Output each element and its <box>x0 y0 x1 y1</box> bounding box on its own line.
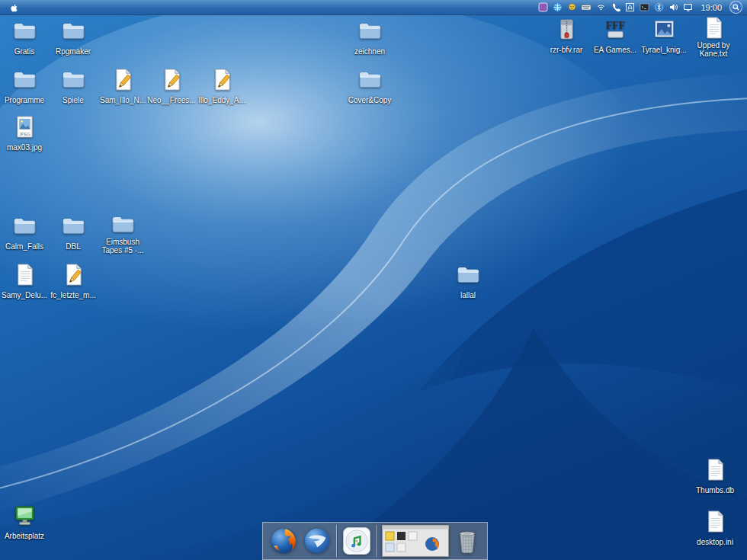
gadu-gadu-icon[interactable] <box>566 2 577 13</box>
desktop-icon-lallal[interactable]: lallal <box>444 262 492 301</box>
folder-icon <box>456 262 481 287</box>
desktop-icon-samy-delu[interactable]: Samy_Delu... <box>0 262 49 301</box>
folder-icon <box>357 67 383 92</box>
desktop-icon-upped-by-kane[interactable]: Upped by Kane.txt <box>689 15 738 59</box>
icon-label: Neo__Frees... <box>147 96 195 104</box>
icon-label: Cover&Copy <box>348 96 392 104</box>
messenger-globe-icon[interactable] <box>552 2 563 13</box>
window-preview-icon <box>382 525 449 557</box>
icon-label: rzr-bfv.rar <box>550 46 583 54</box>
draw-file-icon <box>111 67 136 92</box>
dock-separator <box>336 525 337 557</box>
icon-label: Calm_Falls <box>5 242 43 251</box>
icon-label: Samy_Delu... <box>2 291 47 299</box>
desktop-icon-thumbs-db[interactable]: Thumbs.db <box>691 457 739 496</box>
doc-file-icon <box>703 457 728 482</box>
dock-item-thunderbird[interactable] <box>303 526 332 555</box>
rar-archive-icon <box>554 17 579 42</box>
desktop-icon-zeichnen[interactable]: zeichnen <box>345 18 394 57</box>
folder-icon <box>111 212 136 237</box>
folder-icon <box>61 18 86 43</box>
display-icon[interactable] <box>682 2 693 13</box>
desktop-icon-ea-games[interactable]: EA Games... <box>591 17 640 56</box>
desktop-icon-gratis[interactable]: Gratis <box>0 18 49 57</box>
folder-icon <box>12 67 37 92</box>
thunderbird-icon <box>303 526 332 555</box>
icon-label: fc_letzte_m... <box>50 291 95 299</box>
icon-label: max03.jpg <box>7 143 42 152</box>
desktop-icon-rpgmaker[interactable]: Rpgmaker <box>49 18 98 57</box>
apple-logo-icon <box>9 2 19 14</box>
firefox-icon <box>269 526 298 555</box>
dock-item-itunes[interactable] <box>341 526 372 556</box>
trash-icon <box>454 526 481 555</box>
icon-label: Illo_Eddy_A... <box>198 96 245 104</box>
airport-signal-icon[interactable] <box>595 2 606 13</box>
fff-app-icon <box>603 17 628 42</box>
char-palette-icon[interactable] <box>624 2 635 13</box>
desktop-icon-max03-jpg[interactable]: max03.jpg <box>0 114 49 153</box>
draw-file-icon <box>210 67 235 92</box>
icon-label: Spiele <box>63 96 84 104</box>
desktop-icon-illo-eddy[interactable]: Illo_Eddy_A... <box>197 67 246 106</box>
desktop-icon-sam-illo[interactable]: Sam_Illo_N... <box>98 67 147 106</box>
icon-label: Rpgmaker <box>56 47 91 56</box>
desktop-icon-eimsbush-tapes[interactable]: Eimsbush Tapes #5 -... <box>98 212 147 256</box>
desktop-icon-neo-frees[interactable]: Neo__Frees... <box>147 67 196 106</box>
icon-label: Arbeitsplatz <box>5 532 44 540</box>
bluetooth-orb-icon[interactable] <box>653 2 664 13</box>
folder-icon <box>61 67 86 92</box>
icon-label: Upped by Kane.txt <box>689 41 738 58</box>
menu-clock[interactable]: 19:00 <box>697 3 726 12</box>
icon-label: Gratis <box>14 47 35 56</box>
icon-label: Thumbs.db <box>696 486 734 494</box>
draw-file-icon <box>159 67 184 92</box>
icon-label: Programme <box>5 96 44 104</box>
desktop-icon-cover-copy[interactable]: Cover&Copy <box>345 67 394 106</box>
doc-file-icon <box>12 262 37 287</box>
dock-item-window-preview[interactable] <box>382 525 449 557</box>
keyboard-icon[interactable] <box>581 2 592 13</box>
folder-icon <box>12 18 37 43</box>
folder-icon <box>12 213 37 238</box>
volume-icon[interactable] <box>668 2 678 13</box>
desktop-icon-programme[interactable]: Programme <box>0 67 49 106</box>
icon-label: desktop.ini <box>697 538 733 546</box>
menu-bar: 19:00 <box>0 0 747 15</box>
purple-app-icon[interactable] <box>537 2 548 13</box>
dock-item-trash[interactable] <box>454 526 481 555</box>
icon-label: DBL <box>66 242 80 251</box>
desktop-icon-rzr-bfv-rar[interactable]: rzr-bfv.rar <box>542 17 591 56</box>
doc-file-icon <box>703 509 728 534</box>
dock <box>262 522 488 560</box>
jpeg-file-icon <box>12 114 37 139</box>
itunes-icon <box>341 526 372 556</box>
folder-icon <box>357 18 383 43</box>
icon-label: zeichnen <box>354 47 385 56</box>
computer-icon <box>12 503 37 528</box>
dock-separator <box>377 525 377 557</box>
desktop-icon-tyrael[interactable]: Tyrael_knig... <box>640 17 688 56</box>
desktop-icon-desktop-ini[interactable]: desktop.ini <box>691 509 739 548</box>
phone-icon[interactable] <box>610 2 620 13</box>
desktop-icon-dbl[interactable]: DBL <box>49 213 98 252</box>
desktop[interactable]: JPEG FFF <box>0 0 747 560</box>
photo-file-icon <box>652 17 677 42</box>
desktop-icon-fc-letzte[interactable]: fc_letzte_m... <box>49 262 98 301</box>
desktop-icon-arbeitsplatz[interactable]: Arbeitsplatz <box>0 503 49 542</box>
icon-label: EA Games... <box>594 46 636 54</box>
desktop-icon-calm-falls[interactable]: Calm_Falls <box>0 213 49 252</box>
text-file-icon <box>701 15 726 40</box>
desktop-icon-spiele[interactable]: Spiele <box>49 67 98 106</box>
draw-file-icon <box>61 262 86 287</box>
icon-label: Tyrael_knig... <box>641 46 686 54</box>
icon-label: lallal <box>460 291 476 299</box>
system-tray: 19:00 <box>537 0 747 14</box>
terminal-icon[interactable] <box>639 2 649 13</box>
icon-label: Sam_Illo_N... <box>100 96 146 104</box>
folder-icon <box>61 213 86 238</box>
icon-label: Eimsbush Tapes #5 -... <box>98 238 147 254</box>
apple-menu[interactable] <box>0 0 27 15</box>
dock-item-firefox[interactable] <box>269 526 298 555</box>
spotlight-icon[interactable] <box>729 1 742 14</box>
